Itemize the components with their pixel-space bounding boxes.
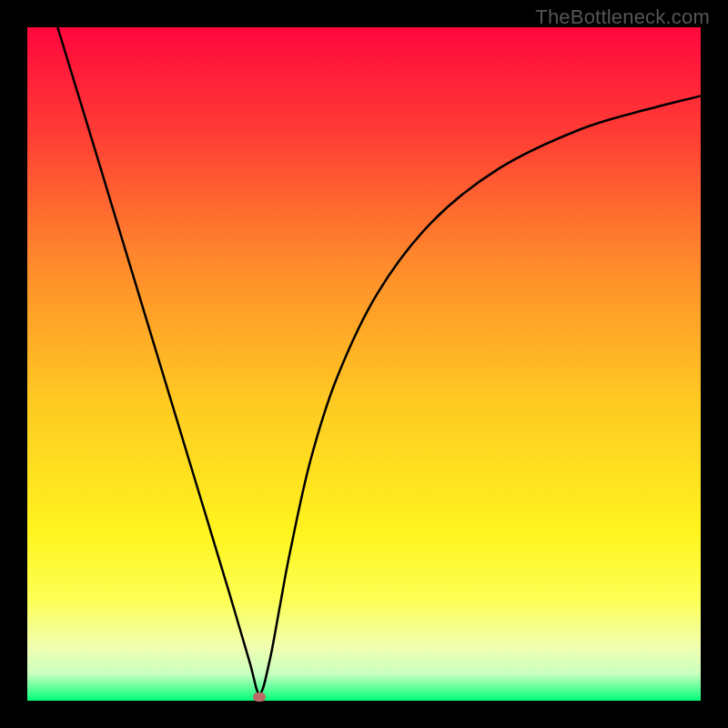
bottleneck-chart xyxy=(27,27,701,701)
watermark-text: TheBottleneck.com xyxy=(535,5,710,29)
chart-container xyxy=(27,27,701,701)
optimal-point-marker xyxy=(253,693,266,702)
chart-background xyxy=(27,27,701,701)
